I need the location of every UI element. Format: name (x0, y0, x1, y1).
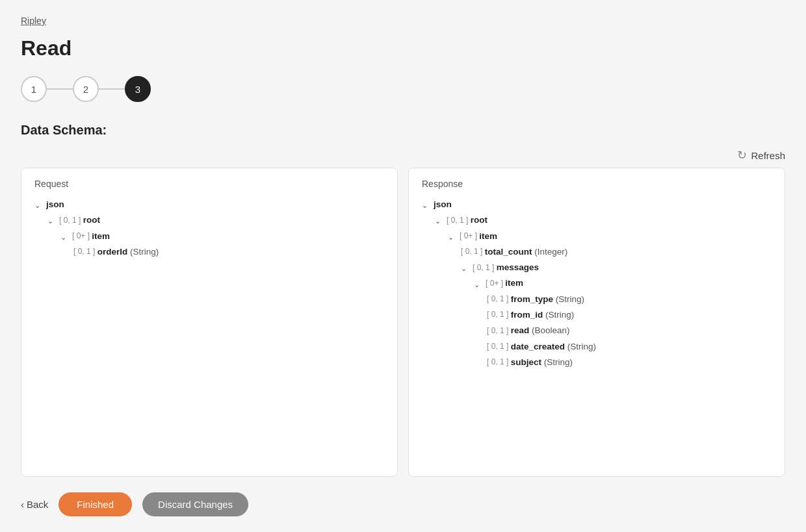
response-label: Response (422, 179, 772, 189)
step-connector-1 (47, 88, 73, 90)
tree-node-json: json (46, 197, 64, 212)
tree-node-name: root (83, 212, 100, 228)
tree-node-type: (String) (543, 307, 574, 323)
tree-node-name: total_count (485, 244, 532, 260)
tree-node-name: from_type (511, 292, 553, 307)
refresh-row: ↻ Refresh (21, 148, 785, 162)
response-panel: Response ⌄ json ⌄ [ 0, 1 ] root ⌄ [ 0+ ]… (408, 168, 785, 477)
tree-node-type: (String) (565, 339, 596, 355)
request-tree: ⌄ json ⌄ [ 0, 1 ] root ⌄ [ 0+ ] item [ 0… (34, 197, 384, 260)
back-button[interactable]: ‹ Back (21, 499, 48, 510)
tree-row: ⌄ [ 0+ ] item (474, 275, 772, 291)
tree-bracket: [ 0, 1 ] (487, 308, 511, 322)
tree-bracket: [ 0, 1 ] (59, 214, 83, 228)
tree-bracket: [ 0, 1 ] (487, 340, 511, 354)
tree-bracket: [ 0+ ] (486, 277, 505, 291)
step-connector-2 (99, 88, 125, 90)
tree-row: ⌄ json (34, 197, 384, 212)
tree-node-json: json (434, 197, 452, 212)
page-title: Read (21, 36, 785, 60)
tree-node-name: read (511, 323, 530, 338)
tree-node-name: subject (511, 355, 541, 370)
stepper: 1 2 3 (21, 76, 785, 102)
step-2[interactable]: 2 (73, 76, 99, 102)
tree-bracket: [ 0, 1 ] (487, 355, 511, 370)
tree-node-name: from_id (511, 307, 543, 323)
tree-row: [ 0, 1 ] subject (String) (487, 355, 772, 370)
tree-row: ⌄ [ 0, 1 ] root (435, 212, 772, 228)
chevron-icon[interactable]: ⌄ (474, 279, 484, 289)
breadcrumb[interactable]: Ripley (21, 16, 785, 26)
tree-bracket: [ 0, 1 ] (487, 324, 511, 338)
tree-node-type: (String) (127, 244, 159, 260)
tree-bracket: [ 0+ ] (72, 229, 92, 244)
chevron-icon[interactable]: ⌄ (461, 262, 471, 273)
back-chevron-icon: ‹ (21, 499, 24, 510)
refresh-button[interactable]: ↻ Refresh (737, 148, 785, 162)
tree-bracket: [ 0, 1 ] (473, 261, 497, 275)
panels-row: Request ⌄ json ⌄ [ 0, 1 ] root ⌄ [ 0+ ] … (21, 168, 785, 477)
tree-row: ⌄ [ 0, 1 ] root (47, 212, 384, 228)
step-1[interactable]: 1 (21, 76, 47, 102)
footer: ‹ Back Finished Discard Changes (21, 492, 785, 516)
tree-node-name: item (92, 229, 110, 244)
tree-row: [ 0, 1 ] total_count (Integer) (461, 244, 772, 260)
tree-node-name: orderId (98, 244, 128, 260)
schema-title: Data Schema: (21, 123, 785, 138)
request-label: Request (34, 179, 384, 189)
tree-row: ⌄ [ 0+ ] item (448, 229, 772, 244)
response-tree: ⌄ json ⌄ [ 0, 1 ] root ⌄ [ 0+ ] item [ 0… (422, 197, 772, 370)
finished-button[interactable]: Finished (58, 492, 132, 516)
tree-bracket: [ 0, 1 ] (73, 245, 98, 259)
tree-node-name: item (505, 275, 523, 291)
tree-node-type: (Boolean) (529, 323, 569, 338)
chevron-icon[interactable]: ⌄ (34, 199, 45, 210)
tree-row: [ 0, 1 ] from_type (String) (487, 292, 772, 307)
tree-row: [ 0, 1 ] date_created (String) (487, 339, 772, 355)
tree-bracket: [ 0, 1 ] (461, 245, 485, 259)
tree-node-name: messages (497, 260, 539, 275)
discard-button[interactable]: Discard Changes (142, 492, 248, 516)
tree-node-type: (Integer) (532, 244, 567, 260)
tree-row: [ 0, 1 ] from_id (String) (487, 307, 772, 323)
tree-bracket: [ 0+ ] (460, 229, 479, 244)
chevron-icon[interactable]: ⌄ (47, 215, 58, 225)
tree-row: ⌄ json (422, 197, 772, 212)
chevron-icon[interactable]: ⌄ (448, 231, 458, 242)
chevron-icon[interactable]: ⌄ (435, 215, 445, 225)
tree-row: ⌄ [ 0, 1 ] messages (461, 260, 772, 275)
refresh-label: Refresh (751, 150, 785, 161)
tree-row: ⌄ [ 0+ ] item (60, 229, 384, 244)
tree-row: [ 0, 1 ] read (Boolean) (487, 323, 772, 338)
tree-bracket: [ 0, 1 ] (487, 292, 511, 307)
chevron-icon[interactable]: ⌄ (422, 199, 432, 210)
tree-node-name: root (471, 212, 488, 228)
chevron-icon[interactable]: ⌄ (60, 231, 71, 242)
refresh-icon: ↻ (737, 148, 747, 162)
back-label: Back (27, 499, 48, 510)
tree-node-name: date_created (511, 339, 565, 355)
request-panel: Request ⌄ json ⌄ [ 0, 1 ] root ⌄ [ 0+ ] … (21, 168, 398, 477)
tree-node-type: (String) (541, 355, 573, 370)
step-3[interactable]: 3 (125, 76, 151, 102)
tree-bracket: [ 0, 1 ] (447, 214, 471, 228)
tree-row: [ 0, 1 ] orderId (String) (73, 244, 384, 260)
tree-node-name: item (479, 229, 497, 244)
tree-node-type: (String) (553, 292, 584, 307)
